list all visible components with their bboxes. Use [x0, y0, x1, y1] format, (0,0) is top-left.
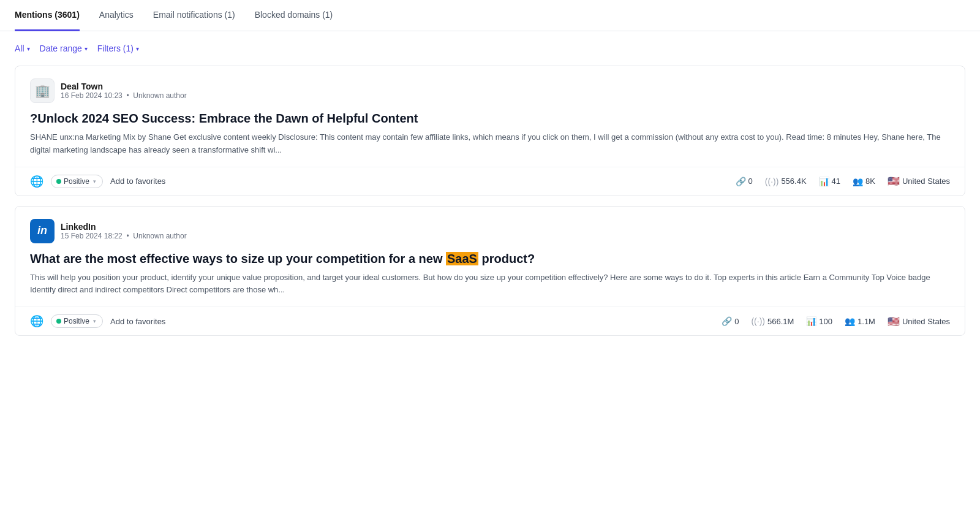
followers-stat: 👥 8K: [853, 177, 875, 186]
chevron-down-icon: ▾: [93, 318, 96, 324]
flag-icon: 🇺🇸: [888, 175, 900, 187]
globe-icon: 🌐: [30, 314, 43, 328]
followers-stat: 👥 1.1M: [845, 316, 875, 326]
card-source: in LinkedIn 15 Feb 2024 18:22 • Unknown …: [30, 219, 950, 243]
footer-stats: 🔗 0 ((·)) 556.4K 📊 41 👥 8K 🇺🇸 Uni: [736, 175, 950, 187]
add-to-favorites-button[interactable]: Add to favorites: [110, 317, 165, 326]
mention-card: in LinkedIn 15 Feb 2024 18:22 • Unknown …: [15, 206, 965, 336]
card-source: 🏢 Deal Town 16 Feb 2024 10:23 • Unknown …: [30, 78, 950, 103]
tab-blocked-domains[interactable]: Blocked domains (1): [255, 0, 333, 31]
mentions-list: 🏢 Deal Town 16 Feb 2024 10:23 • Unknown …: [0, 66, 980, 336]
country-name: United States: [902, 317, 950, 326]
all-filter[interactable]: All ▾: [15, 41, 30, 56]
score-stat: 📊 41: [819, 177, 840, 186]
globe-icon: 🌐: [30, 175, 43, 188]
highlighted-word: SaaS: [446, 252, 478, 265]
links-stat: 🔗 0: [736, 177, 753, 186]
country-stat: 🇺🇸 United States: [888, 316, 950, 327]
card-title[interactable]: ?Unlock 2024 SEO Success: Embrace the Da…: [30, 110, 950, 126]
chevron-down-icon: ▾: [27, 45, 30, 52]
tab-mentions[interactable]: Mentions (3601): [15, 0, 80, 31]
filters-button[interactable]: Filters (1) ▾: [97, 41, 139, 56]
followers-icon: 👥: [853, 177, 863, 186]
signal-icon: ((·)): [751, 316, 765, 326]
link-icon: 🔗: [736, 177, 746, 186]
flag-icon: 🇺🇸: [888, 316, 900, 327]
reach-stat: ((·)) 566.1M: [751, 316, 794, 326]
card-title[interactable]: What are the most effective ways to size…: [30, 251, 950, 267]
source-logo: 🏢: [30, 78, 55, 103]
source-name: LinkedIn: [61, 222, 187, 232]
linkedin-icon: in: [37, 224, 47, 237]
source-name: Deal Town: [61, 82, 187, 91]
card-body: 🏢 Deal Town 16 Feb 2024 10:23 • Unknown …: [15, 66, 965, 167]
card-excerpt: SHANE unx:na Marketing Mix by Shane Get …: [30, 131, 950, 157]
bar-chart-icon: 📊: [806, 316, 816, 326]
date-range-filter[interactable]: Date range ▾: [40, 41, 88, 56]
country-name: United States: [902, 177, 950, 186]
chevron-down-icon: ▾: [136, 45, 139, 52]
links-stat: 🔗 0: [722, 316, 739, 326]
signal-icon: ((·)): [765, 177, 779, 186]
followers-icon: 👥: [845, 316, 855, 326]
sentiment-dot: [56, 319, 61, 324]
bar-chart-icon: 📊: [819, 177, 829, 186]
score-stat: 📊 100: [806, 316, 832, 326]
source-logo: in: [30, 219, 55, 243]
sentiment-dot: [56, 179, 61, 184]
reach-stat: ((·)) 556.4K: [765, 177, 807, 186]
card-body: in LinkedIn 15 Feb 2024 18:22 • Unknown …: [15, 207, 965, 307]
source-meta: LinkedIn 15 Feb 2024 18:22 • Unknown aut…: [61, 222, 187, 240]
source-date: 15 Feb 2024 18:22 • Unknown author: [61, 232, 187, 240]
tabs-bar: Mentions (3601) Analytics Email notifica…: [0, 0, 980, 31]
source-date: 16 Feb 2024 10:23 • Unknown author: [61, 91, 187, 100]
add-to-favorites-button[interactable]: Add to favorites: [110, 177, 165, 186]
tab-email-notifications[interactable]: Email notifications (1): [153, 0, 235, 31]
sentiment-badge[interactable]: Positive ▾: [51, 314, 103, 328]
card-excerpt: This will help you position your product…: [30, 272, 950, 297]
chevron-down-icon: ▾: [93, 178, 96, 184]
building-icon: 🏢: [35, 83, 50, 98]
tab-analytics[interactable]: Analytics: [99, 0, 134, 31]
filters-bar: All ▾ Date range ▾ Filters (1) ▾: [0, 31, 980, 66]
card-footer: 🌐 Positive ▾ Add to favorites 🔗 0 ((·)) …: [15, 306, 965, 335]
mention-card: 🏢 Deal Town 16 Feb 2024 10:23 • Unknown …: [15, 66, 965, 196]
chevron-down-icon: ▾: [85, 45, 88, 52]
source-meta: Deal Town 16 Feb 2024 10:23 • Unknown au…: [61, 82, 187, 100]
country-stat: 🇺🇸 United States: [888, 175, 950, 187]
sentiment-badge[interactable]: Positive ▾: [51, 175, 103, 188]
link-icon: 🔗: [722, 316, 732, 326]
card-footer: 🌐 Positive ▾ Add to favorites 🔗 0 ((·)) …: [15, 167, 965, 196]
footer-stats: 🔗 0 ((·)) 566.1M 📊 100 👥 1.1M 🇺🇸: [722, 316, 950, 327]
